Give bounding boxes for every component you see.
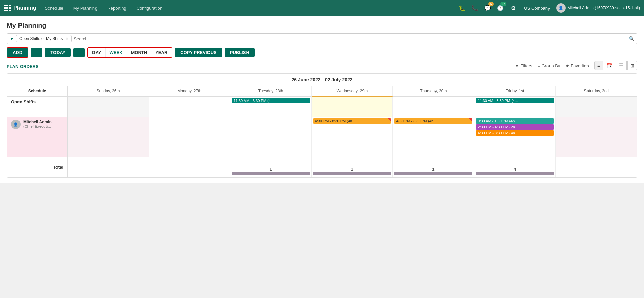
add-button[interactable]: ADD bbox=[7, 47, 28, 58]
total-thursday: 1 bbox=[393, 157, 474, 177]
search-icon[interactable]: 🔍 bbox=[629, 36, 634, 41]
emp-friday-event3[interactable]: 4:30 PM - 8:30 PM (4h... bbox=[476, 130, 554, 136]
open-shift-friday-event[interactable]: 11:30 AM - 3:30 PM (4... bbox=[476, 98, 554, 103]
open-shift-thursday[interactable] bbox=[393, 97, 474, 117]
total-wednesday: 1 bbox=[312, 157, 393, 177]
emp-sunday[interactable] bbox=[68, 117, 149, 157]
search-filter-tag[interactable]: Open Shifts or My Shifts ✕ bbox=[16, 35, 72, 42]
total-thursday-num: 1 bbox=[432, 167, 434, 172]
search-container: ▼ Open Shifts or My Shifts ✕ 🔍 bbox=[7, 33, 637, 44]
page-title: My Planning bbox=[7, 22, 637, 29]
activity-icon[interactable]: 🕐 37 bbox=[496, 3, 505, 13]
period-group: DAY WEEK MONTH YEAR bbox=[87, 47, 172, 58]
view-calendar-button[interactable]: 📅 bbox=[604, 61, 615, 70]
company-selector[interactable]: US Company bbox=[521, 6, 553, 11]
star-icon: ★ bbox=[565, 63, 569, 68]
corner-flag-wednesday bbox=[388, 118, 391, 122]
copy-previous-button[interactable]: COPY PREVIOUS bbox=[175, 48, 222, 57]
user-name: Mitchell Admin (16970939-saas-15-1-all) bbox=[568, 6, 640, 10]
period-day[interactable]: DAY bbox=[88, 48, 105, 57]
emp-thursday[interactable]: 4:30 PM - 8:30 PM (4h... bbox=[393, 117, 474, 157]
total-bar-wednesday bbox=[313, 172, 391, 175]
open-shift-saturday[interactable] bbox=[556, 97, 637, 117]
nav-my-planning[interactable]: My Planning bbox=[69, 4, 102, 13]
emp-thursday-event[interactable]: 4:30 PM - 8:30 PM (4h... bbox=[394, 118, 472, 124]
open-shift-friday[interactable]: 11:30 AM - 3:30 PM (4... bbox=[474, 97, 556, 117]
open-shift-wednesday[interactable] bbox=[312, 97, 393, 117]
open-shifts-label: Open Shifts bbox=[7, 97, 68, 117]
user-avatar: 👤 bbox=[556, 3, 566, 13]
employee-label: 👤 Mitchell Admin (Chief Executi... bbox=[7, 117, 68, 157]
emp-friday-event1[interactable]: 9:30 AM - 1:30 PM (4h... bbox=[476, 118, 554, 124]
corner-flag-thursday bbox=[469, 118, 472, 122]
total-label: Total bbox=[7, 157, 68, 177]
nav-schedule[interactable]: Schedule bbox=[41, 4, 67, 13]
user-menu[interactable]: 👤 Mitchell Admin (16970939-saas-15-1-all… bbox=[556, 3, 640, 13]
employee-avatar: 👤 bbox=[11, 120, 21, 129]
navbar-icons: 🐛 📞 💬 5 🕐 37 ⚙ US Company 👤 Mitchell Adm… bbox=[457, 3, 640, 13]
emp-tuesday[interactable] bbox=[230, 117, 312, 157]
total-sunday bbox=[68, 157, 149, 177]
col-thursday: Thursday, 30th bbox=[393, 86, 474, 97]
calendar-date-range: 26 June 2022 - 02 July 2022 bbox=[7, 74, 637, 86]
open-shift-sunday[interactable] bbox=[68, 97, 149, 117]
filters-button[interactable]: ▼ Filters bbox=[515, 63, 532, 68]
bug-icon[interactable]: 🐛 bbox=[457, 3, 467, 13]
app-logo[interactable]: Planning bbox=[4, 5, 36, 11]
prev-button[interactable]: ← bbox=[31, 48, 42, 57]
activity-badge: 37 bbox=[500, 2, 506, 6]
view-grid-button[interactable]: ⊞ bbox=[627, 61, 637, 70]
next-button[interactable]: → bbox=[73, 48, 85, 57]
chat-icon[interactable]: 💬 5 bbox=[483, 3, 492, 13]
emp-wednesday[interactable]: 4:30 PM - 8:30 PM (4h... bbox=[312, 117, 393, 157]
plan-orders-link[interactable]: PLAN ORDERS bbox=[7, 64, 39, 69]
period-year[interactable]: YEAR bbox=[151, 48, 172, 57]
schedule-header-label: Schedule bbox=[7, 86, 68, 97]
today-button[interactable]: TODAY bbox=[45, 48, 71, 57]
col-wednesday: Wednesday, 29th bbox=[312, 86, 393, 97]
group-by-label: Group By bbox=[541, 63, 560, 68]
publish-button[interactable]: PUBLISH bbox=[225, 48, 255, 57]
filter-tag-text: Open Shifts or My Shifts bbox=[19, 36, 63, 41]
view-table-button[interactable]: ☰ bbox=[616, 61, 627, 70]
total-bar-tuesday bbox=[232, 172, 310, 175]
emp-wednesday-event[interactable]: 4:30 PM - 8:30 PM (4h... bbox=[313, 118, 391, 124]
grid-icon bbox=[4, 5, 11, 11]
phone-icon[interactable]: 📞 bbox=[470, 3, 480, 13]
group-by-button[interactable]: ≡ Group By bbox=[538, 63, 560, 68]
view-list-button[interactable]: ≡ bbox=[594, 61, 603, 70]
filter-close-icon[interactable]: ✕ bbox=[65, 36, 69, 41]
total-bar-friday bbox=[476, 172, 554, 175]
total-friday: 4 bbox=[474, 157, 556, 177]
favorites-button[interactable]: ★ Favorites bbox=[565, 63, 589, 68]
total-row: Total 1 1 1 bbox=[7, 157, 637, 177]
page-body: My Planning ▼ Open Shifts or My Shifts ✕… bbox=[0, 16, 644, 298]
total-tuesday-num: 1 bbox=[270, 167, 272, 172]
emp-saturday[interactable] bbox=[556, 117, 637, 157]
search-row: ▼ Open Shifts or My Shifts ✕ 🔍 bbox=[7, 33, 637, 44]
emp-monday[interactable] bbox=[149, 117, 230, 157]
open-shift-tuesday[interactable]: 11:30 AM - 3:30 PM (4... bbox=[230, 97, 312, 117]
total-friday-num: 4 bbox=[514, 167, 516, 172]
open-shift-tuesday-event[interactable]: 11:30 AM - 3:30 PM (4... bbox=[232, 98, 310, 103]
col-sunday: Sunday, 26th bbox=[68, 86, 149, 97]
total-saturday bbox=[556, 157, 637, 177]
toolbar: ADD ← TODAY → DAY WEEK MONTH YEAR COPY P… bbox=[7, 47, 637, 58]
settings-icon[interactable]: ⚙ bbox=[508, 3, 518, 13]
nav-reporting[interactable]: Reporting bbox=[103, 4, 130, 13]
total-wednesday-num: 1 bbox=[351, 167, 353, 172]
emp-friday[interactable]: 9:30 AM - 1:30 PM (4h... 2:30 PM - 4:30 … bbox=[474, 117, 556, 157]
search-input[interactable] bbox=[74, 36, 627, 41]
emp-friday-event2[interactable]: 2:30 PM - 4:30 PM (2h... bbox=[476, 124, 554, 130]
page-content: My Planning ▼ Open Shifts or My Shifts ✕… bbox=[0, 16, 644, 183]
period-month[interactable]: MONTH bbox=[127, 48, 152, 57]
total-monday bbox=[149, 157, 230, 177]
period-week[interactable]: WEEK bbox=[106, 48, 127, 57]
open-shifts-row: Open Shifts 11:30 AM - 3:30 PM (4... 11:… bbox=[7, 97, 637, 117]
col-monday: Monday, 27th bbox=[149, 86, 230, 97]
open-shift-monday[interactable] bbox=[149, 97, 230, 117]
view-switcher: ≡ 📅 ☰ ⊞ bbox=[594, 61, 637, 70]
favorites-label: Favorites bbox=[571, 63, 589, 68]
col-tuesday: Tuesday, 28th bbox=[230, 86, 312, 97]
nav-configuration[interactable]: Configuration bbox=[132, 4, 166, 13]
